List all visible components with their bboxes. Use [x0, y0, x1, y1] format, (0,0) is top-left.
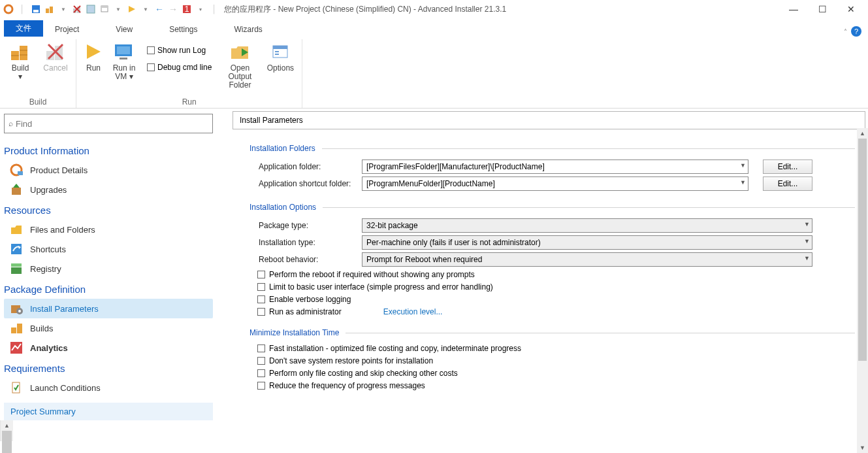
sidebar-item-upgrades[interactable]: Upgrades — [4, 180, 213, 199]
svg-point-43 — [18, 310, 21, 312]
error-icon[interactable]: 1 — [181, 3, 193, 15]
builds-icon — [9, 321, 24, 335]
checkbox-no-restore[interactable]: Don't save system restore points for ins… — [257, 356, 855, 365]
tab-view[interactable]: View — [104, 22, 144, 37]
close-button[interactable]: ✕ — [837, 0, 865, 18]
chevron-down-icon[interactable]: ▼ — [740, 162, 746, 169]
dropdown-icon[interactable]: ▼ — [112, 3, 124, 15]
checkbox-basic-ui[interactable]: Limit to basic user interface (simple pr… — [257, 282, 855, 292]
run-button[interactable]: Run — [80, 39, 106, 73]
sidebar-item-files[interactable]: Files and Folders — [4, 220, 213, 239]
analytics-icon — [9, 341, 24, 355]
scroll-up-icon[interactable]: ▲ — [857, 128, 868, 139]
help-icon[interactable]: ? — [851, 26, 861, 37]
sidebar-item-builds[interactable]: Builds — [4, 318, 213, 338]
reboot-select[interactable]: Prompt for Reboot when required▼ — [362, 252, 812, 267]
checkbox-run-as-admin[interactable]: Run as administratorExecution level... — [257, 307, 855, 316]
qat-dropdown-icon[interactable]: ▾ — [195, 3, 206, 15]
scroll-thumb[interactable] — [2, 431, 12, 453]
svg-rect-27 — [120, 58, 127, 59]
reboot-label: Reboot behavior: — [249, 255, 362, 264]
svg-rect-40 — [11, 263, 22, 267]
section-installation-options: Installation Options — [249, 203, 855, 212]
debug-cmd-line-checkbox[interactable]: Debug cmd line — [147, 63, 212, 72]
search-icon: ⌕ — [8, 119, 13, 128]
checkbox-reduce-progress[interactable]: Reduce the frequency of progress message… — [257, 381, 855, 390]
tab-project[interactable]: Project — [43, 22, 91, 37]
shortcutfolder-input[interactable]: [ProgramMenuFolder][ProductName]▼ — [362, 176, 748, 191]
sidebar-scrollbar[interactable]: ▲ ▼ — [0, 420, 13, 441]
search-input[interactable]: ⌕ — [4, 114, 213, 133]
sidebar-item-shortcuts[interactable]: Shortcuts — [4, 239, 213, 259]
chevron-down-icon[interactable]: ▼ — [740, 179, 746, 186]
options-button[interactable]: Options — [263, 39, 298, 73]
window-icon[interactable] — [99, 3, 110, 15]
tab-settings[interactable]: Settings — [157, 22, 209, 37]
run-icon[interactable] — [126, 3, 138, 15]
sidebar-item-registry[interactable]: Registry — [4, 259, 213, 278]
pkgtype-select[interactable]: 32-bit package▼ — [362, 218, 812, 233]
open-output-folder-button[interactable]: Open Output Folder — [219, 39, 260, 90]
pkgtype-label: Package type: — [249, 221, 362, 230]
dropdown-icon[interactable]: ▼ — [140, 3, 152, 15]
collapse-ribbon-icon[interactable]: ˄ — [844, 28, 847, 35]
checkbox-fast-install[interactable]: Fast installation - optimized file costi… — [257, 344, 855, 353]
appfolder-edit-button[interactable]: Edit... — [763, 159, 812, 174]
ribbon: Build▾ Cancel Build Run Run in VM ▾ Show… — [0, 37, 868, 109]
svg-rect-26 — [117, 46, 130, 54]
save-icon[interactable] — [30, 3, 42, 15]
build-icon[interactable] — [44, 3, 56, 15]
tab-file[interactable]: 文件 — [4, 20, 43, 37]
svg-rect-45 — [17, 324, 22, 333]
svg-rect-37 — [11, 244, 22, 254]
sidebar: ⌕ Product Information Product Details Up… — [0, 109, 217, 420]
tab-wizards[interactable]: Wizards — [223, 22, 274, 37]
shortcutfolder-edit-button[interactable]: Edit... — [763, 176, 812, 191]
insttype-label: Installation type: — [249, 238, 362, 247]
build-button[interactable]: Build▾ — [4, 39, 37, 81]
checkbox-perform-reboot[interactable]: Perform the reboot if required without s… — [257, 270, 855, 279]
execution-level-link[interactable]: Execution level... — [383, 307, 443, 316]
forward-icon[interactable]: → — [167, 3, 179, 15]
sidebar-item-analytics[interactable]: Analytics — [4, 338, 213, 358]
titlebar: │ ▼ ▼ ▼ ← → 1 ▾ │ 您的应用程序 - New Project (… — [0, 0, 868, 18]
upgrades-icon — [9, 182, 24, 197]
svg-rect-34 — [18, 171, 23, 175]
registry-icon — [9, 261, 24, 276]
sidebar-item-product-details[interactable]: Product Details — [4, 160, 213, 180]
window-title: 您的应用程序 - New Project (Chinese (Simplifie… — [224, 4, 506, 15]
scroll-up-icon[interactable]: ▲ — [1, 420, 13, 431]
checkbox-file-costing[interactable]: Perform only file costing and skip check… — [257, 369, 855, 378]
sidebar-item-install-parameters[interactable]: Install Parameters — [4, 299, 213, 318]
svg-rect-4 — [50, 7, 53, 13]
content-scrollbar[interactable]: ▲ ▼ — [857, 128, 868, 453]
launch-conditions-icon — [9, 380, 24, 395]
chevron-down-icon[interactable]: ▼ — [804, 255, 810, 261]
chevron-down-icon[interactable]: ▼ — [804, 238, 810, 244]
shortcut-icon — [9, 242, 24, 256]
disk-icon[interactable] — [85, 3, 97, 15]
ribbon-tabs: 文件 Project View Settings Wizards ˄ ? — [0, 18, 868, 37]
category-product-info: Product Information — [4, 145, 213, 156]
run-in-vm-button[interactable]: Run in VM ▾ — [109, 39, 139, 81]
scroll-down-icon[interactable]: ▼ — [857, 443, 868, 453]
project-summary[interactable]: Project Summary — [4, 403, 213, 420]
appfolder-input[interactable]: [ProgramFilesFolder][Manufacturer]\[Prod… — [362, 159, 748, 174]
chevron-down-icon[interactable]: ▼ — [804, 221, 810, 227]
maximize-button[interactable]: ☐ — [808, 0, 837, 18]
page-title: Install Parameters — [233, 111, 865, 129]
scroll-thumb[interactable] — [858, 139, 867, 361]
quick-access-toolbar: │ ▼ ▼ ▼ ← → 1 ▾ │ — [3, 3, 220, 15]
checkbox-verbose[interactable]: Enable verbose logging — [257, 295, 855, 304]
sidebar-item-launch-conditions[interactable]: Launch Conditions — [4, 378, 213, 397]
cancel-icon[interactable] — [71, 3, 83, 15]
dropdown-icon[interactable]: ▼ — [57, 3, 69, 15]
category-resources: Resources — [4, 205, 213, 216]
show-run-log-checkbox[interactable]: Show run Log — [147, 46, 212, 55]
insttype-select[interactable]: Per-machine only (fails if user is not a… — [362, 235, 812, 250]
back-icon[interactable]: ← — [153, 3, 165, 15]
minimize-button[interactable]: ― — [779, 0, 808, 18]
app-icon[interactable] — [3, 3, 14, 15]
svg-rect-31 — [275, 51, 279, 52]
shortcutfolder-label: Application shortcut folder: — [249, 179, 362, 188]
